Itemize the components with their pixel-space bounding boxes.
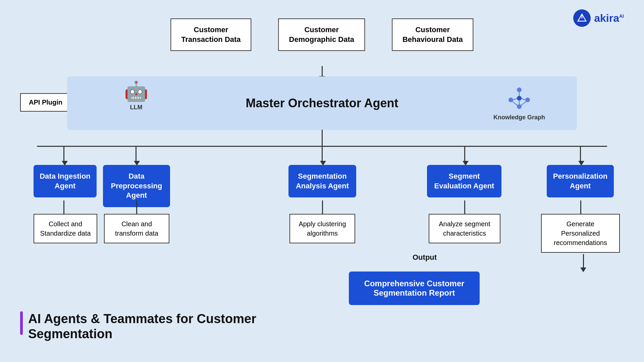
svg-point-3 <box>508 98 513 102</box>
llm-label: LLM <box>124 104 148 111</box>
llm-icon: 🤖 <box>124 80 148 103</box>
knowledge-graph-label: Knowledge Graph <box>493 114 545 121</box>
v-line-orch-to-connector <box>322 130 323 146</box>
v-line-to-evaluation <box>464 146 465 163</box>
svg-point-2 <box>517 87 522 92</box>
logo-area: akiraAI <box>573 9 624 27</box>
svg-point-5 <box>517 104 522 109</box>
v-line-task3 <box>322 200 323 214</box>
svg-line-8 <box>513 98 518 100</box>
task-box-4: Analyze segmentcharacteristics <box>429 214 500 243</box>
task-box-3: Apply clusteringalgorithms <box>289 214 355 243</box>
data-box-demographic: CustomerDemographic Data <box>278 18 365 51</box>
v-line-to-segmentation <box>322 146 323 163</box>
orchestrator-title: Master Orchestrator Agent <box>246 96 398 110</box>
logo-text: akiraAI <box>594 12 624 24</box>
v-line-task1 <box>63 200 64 214</box>
arrow-to-output <box>580 254 586 272</box>
knowledge-graph-area: Knowledge Graph <box>493 83 545 121</box>
svg-line-9 <box>521 98 525 100</box>
output-label: Output <box>413 253 437 262</box>
agent-evaluation: SegmentEvaluation Agent <box>427 165 501 197</box>
v-line-task5 <box>580 200 581 214</box>
agent-personalization: PersonalizationAgent <box>547 165 614 197</box>
v-line-to-personalization <box>580 146 581 163</box>
svg-line-12 <box>521 102 526 106</box>
task-box-1: Collect andStandardize data <box>34 214 97 243</box>
agent-segmentation: SegmentationAnalysis Agent <box>288 165 356 197</box>
llm-area: 🤖 LLM <box>124 80 148 111</box>
task-box-2: Clean andtransform data <box>104 214 169 243</box>
api-plugin-box: API Plugin <box>20 93 71 112</box>
agent-ingestion: Data IngestionAgent <box>34 165 97 197</box>
svg-point-4 <box>525 98 530 102</box>
logo-icon <box>573 9 591 27</box>
svg-line-11 <box>513 102 518 106</box>
v-line-task4 <box>464 200 465 214</box>
data-box-transaction: CustomerTransaction Data <box>170 18 251 51</box>
output-report-box: Comprehensive CustomerSegmentation Repor… <box>349 272 480 305</box>
data-sources-row: CustomerTransaction Data CustomerDemogra… <box>170 18 473 51</box>
v-line-to-ingestion <box>63 146 64 163</box>
task-box-5: Generate Personalizedrecommendations <box>541 214 620 253</box>
bottom-title-section: AI Agents & Teammates for CustomerSegmen… <box>20 311 256 342</box>
bottom-title-text: AI Agents & Teammates for CustomerSegmen… <box>28 311 256 342</box>
data-box-behavioural: CustomerBehavioural Data <box>392 18 474 51</box>
v-line-to-preprocessing <box>136 146 137 163</box>
v-line-task2 <box>136 200 137 214</box>
svg-point-6 <box>517 96 522 101</box>
purple-bar <box>20 311 23 335</box>
